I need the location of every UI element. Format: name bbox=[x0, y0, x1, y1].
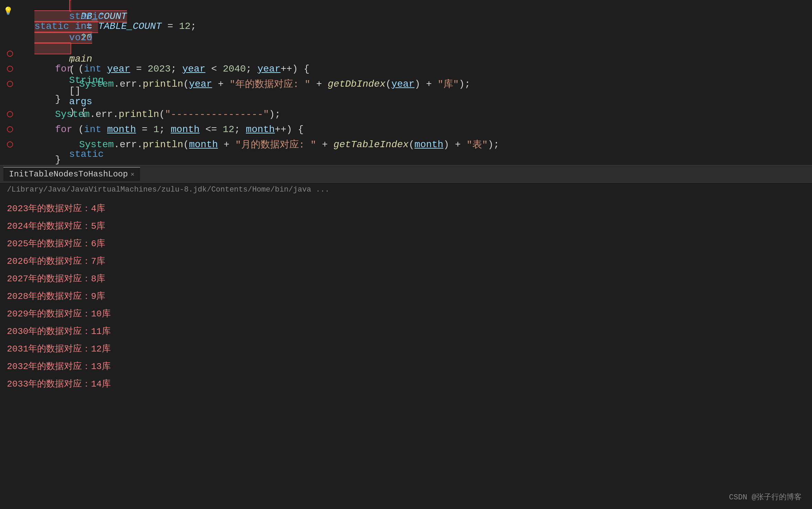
panel-tab-run[interactable]: InitTableNodesToHashLoop ✕ bbox=[3, 167, 140, 181]
output-line-4: 2027年的数据对应：8库 bbox=[7, 270, 805, 288]
code-line-table-count: static int TABLE_COUNT = 12 ; bbox=[0, 19, 812, 34]
code-line-db-count: 💡 static int DB_COUNT = 20 ; bbox=[0, 3, 812, 19]
output-line-1: 2024年的数据对应：5库 bbox=[7, 218, 805, 235]
panel-output-content: 2023年的数据对应：4库 2024年的数据对应：5库 2025年的数据对应：6… bbox=[0, 197, 812, 509]
output-line-3: 2026年的数据对应：7库 bbox=[7, 253, 805, 270]
panel-tab-close-icon[interactable]: ✕ bbox=[131, 170, 135, 178]
panel-path: /Library/Java/JavaVirtualMachines/zulu-8… bbox=[0, 183, 812, 197]
lightbulb-icon: 💡 bbox=[3, 7, 13, 16]
breakpoint-icon-println-year bbox=[5, 81, 15, 87]
code-line-close-for-year: } bbox=[0, 91, 812, 107]
output-line-8: 2031年的数据对应：12库 bbox=[7, 340, 805, 358]
output-area: 2023年的数据对应：4库 2024年的数据对应：5库 2025年的数据对应：6… bbox=[0, 197, 812, 397]
output-line-10: 2033年的数据对应：14库 bbox=[7, 376, 805, 393]
output-line-6: 2029年的数据对应：10库 bbox=[7, 305, 805, 323]
output-line-0: 2023年的数据对应：4库 bbox=[7, 200, 805, 218]
output-line-5: 2028年的数据对应：9库 bbox=[7, 288, 805, 305]
code-line-println-year: System .err. println ( year + "年的数据对应: "… bbox=[0, 76, 812, 91]
breakpoint-icon-for-month bbox=[5, 126, 15, 132]
code-line-for-year: for ( int year = 2023 ; year < 2040 ; ye… bbox=[0, 61, 812, 76]
output-line-9: 2032年的数据对应：13库 bbox=[7, 358, 805, 376]
watermark: CSDN @张子行的博客 bbox=[729, 492, 802, 502]
panel-tab-label: InitTableNodesToHashLoop bbox=[9, 170, 128, 179]
breakpoint-icon-println-dash bbox=[5, 111, 15, 117]
panel-tab-bar: InitTableNodesToHashLoop ✕ bbox=[0, 165, 812, 183]
breakpoint-icon-main bbox=[5, 51, 15, 57]
bottom-panel: InitTableNodesToHashLoop ✕ /Library/Java… bbox=[0, 165, 812, 509]
breakpoint-icon-for-year bbox=[5, 66, 15, 72]
code-line-main: public static void main ( String [] args… bbox=[0, 46, 812, 61]
code-line-println-dash: System .err. println ( "----------------… bbox=[0, 107, 812, 122]
code-line-blank1 bbox=[0, 34, 812, 46]
output-line-2: 2025年的数据对应：6库 bbox=[7, 235, 805, 253]
code-line-for-month: for ( int month = 1 ; month <= 12 ; mont… bbox=[0, 122, 812, 137]
code-editor: 💡 static int DB_COUNT = 20 ; static int … bbox=[0, 0, 812, 165]
breakpoint-icon-println-month bbox=[5, 141, 15, 148]
output-line-7: 2030年的数据对应：11库 bbox=[7, 323, 805, 340]
